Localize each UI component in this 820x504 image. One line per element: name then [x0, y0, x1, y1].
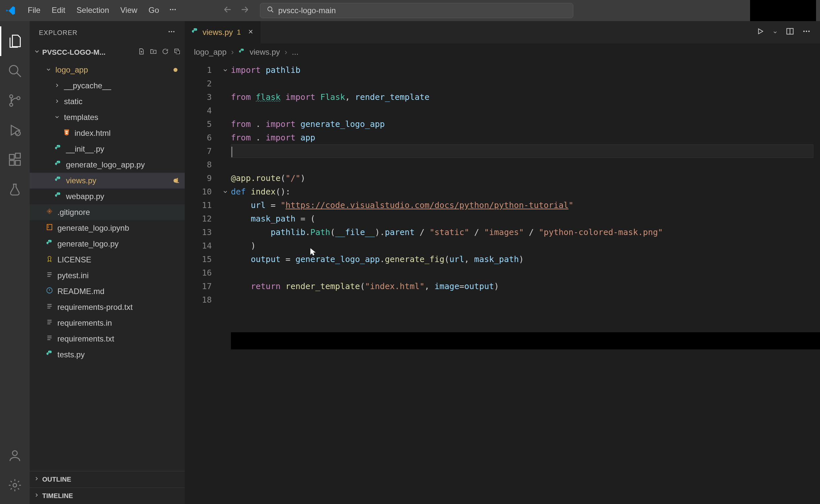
menu-edit[interactable]: Edit — [46, 3, 71, 18]
code-line[interactable] — [231, 293, 813, 307]
tree-file[interactable]: generate_logo_app.py — [30, 157, 185, 173]
tree-file[interactable]: requirements-prod.txt — [30, 299, 185, 315]
activity-run-debug-icon[interactable] — [0, 115, 30, 145]
code-line[interactable] — [231, 144, 813, 158]
fold-toggle[interactable] — [220, 239, 230, 252]
code-line[interactable] — [231, 266, 813, 280]
run-dropdown-icon[interactable] — [773, 28, 778, 37]
code-line[interactable] — [231, 104, 813, 117]
fold-toggle[interactable] — [220, 77, 230, 90]
breadcrumb-segment[interactable]: logo_app — [194, 47, 227, 57]
activity-explorer-icon[interactable] — [0, 26, 30, 56]
activity-accounts-icon[interactable] — [0, 441, 30, 470]
code-line[interactable]: pathlib.Path(__file__).parent / "static"… — [231, 225, 813, 239]
fold-column[interactable] — [220, 63, 230, 307]
fold-toggle[interactable] — [220, 293, 230, 307]
command-center-search[interactable] — [260, 3, 573, 18]
split-editor-icon[interactable] — [786, 27, 794, 38]
tab-views-py[interactable]: views.py 1 — [185, 21, 261, 44]
command-center-input[interactable] — [278, 6, 566, 15]
sidebar-timeline[interactable]: TIMELINE — [30, 488, 185, 504]
tab-close-icon[interactable] — [247, 28, 254, 37]
fold-toggle[interactable] — [220, 90, 230, 104]
breadcrumb-segment[interactable]: views.py — [250, 47, 280, 57]
tree-file[interactable]: __init__.py — [30, 141, 185, 157]
code-line[interactable]: def index(): — [231, 185, 813, 198]
code-line[interactable]: from flask import Flask, render_template — [231, 90, 813, 104]
sidebar: EXPLORER PVSCC-LOGO-M... logo_app__pycac… — [30, 21, 185, 504]
tree-folder[interactable]: static — [30, 94, 185, 109]
new-file-icon[interactable] — [138, 48, 145, 57]
tree-file[interactable]: views.py1 — [30, 173, 185, 189]
menu-selection[interactable]: Selection — [71, 3, 114, 18]
folder-root[interactable]: PVSCC-LOGO-M... — [30, 44, 185, 61]
code-line[interactable]: mask_path = ( — [231, 212, 813, 225]
tree-file[interactable]: requirements.txt — [30, 331, 185, 347]
fold-toggle[interactable] — [220, 185, 230, 198]
tree-file[interactable]: index.html — [30, 125, 185, 141]
activity-settings-gear-icon[interactable] — [0, 470, 30, 500]
tree-file[interactable]: requirements.in — [30, 315, 185, 331]
code-line[interactable]: return render_template("index.html", ima… — [231, 280, 813, 293]
tree-file[interactable]: pytest.ini — [30, 268, 185, 283]
fold-toggle[interactable] — [220, 280, 230, 293]
fold-toggle[interactable] — [220, 117, 230, 131]
fold-toggle[interactable] — [220, 144, 230, 158]
menu-go[interactable]: Go — [143, 3, 164, 18]
tree-file[interactable]: LICENSE — [30, 252, 185, 268]
menu-file[interactable]: File — [22, 3, 46, 18]
code-line[interactable] — [231, 158, 813, 171]
run-icon[interactable] — [756, 27, 765, 38]
fold-toggle[interactable] — [220, 104, 230, 117]
code-line[interactable]: from . import generate_logo_app — [231, 117, 813, 131]
code-line[interactable]: output = generate_logo_app.generate_fig(… — [231, 252, 813, 266]
editor-more-icon[interactable] — [802, 27, 811, 38]
tree-file[interactable]: .gitignore — [30, 204, 185, 220]
svg-point-27 — [48, 240, 49, 241]
menu-view[interactable]: View — [115, 3, 143, 18]
fold-toggle[interactable] — [220, 63, 230, 77]
fold-toggle[interactable] — [220, 198, 230, 212]
breadcrumb-segment[interactable]: ... — [292, 47, 298, 57]
explorer-tree[interactable]: logo_app__pycache__statictemplatesindex.… — [30, 61, 185, 471]
tree-file[interactable]: webapp.py — [30, 189, 185, 204]
tree-file[interactable]: generate_logo.py — [30, 236, 185, 252]
sidebar-outline[interactable]: OUTLINE — [30, 471, 185, 488]
nav-back-icon[interactable] — [222, 4, 233, 17]
code-line[interactable]: @app.route("/") — [231, 171, 813, 185]
code-line[interactable]: from . import app — [231, 131, 813, 144]
new-folder-icon[interactable] — [150, 48, 157, 57]
sidebar-more-icon[interactable] — [167, 28, 175, 38]
vscode-logo-icon — [4, 4, 17, 17]
fold-toggle[interactable] — [220, 266, 230, 280]
py-file-icon — [53, 160, 63, 169]
menu-more-icon[interactable] — [165, 3, 181, 18]
tree-folder[interactable]: logo_app — [30, 62, 185, 78]
fold-toggle[interactable] — [220, 225, 230, 239]
tree-folder[interactable]: __pycache__ — [30, 78, 185, 94]
nav-forward-icon[interactable] — [239, 4, 251, 17]
tree-file[interactable]: README.md — [30, 283, 185, 299]
window-controls[interactable] — [750, 0, 816, 21]
fold-toggle[interactable] — [220, 212, 230, 225]
refresh-icon[interactable] — [162, 48, 169, 57]
activity-search-icon[interactable] — [0, 56, 30, 86]
code-line[interactable] — [231, 77, 813, 90]
activity-extensions-icon[interactable] — [0, 145, 30, 175]
fold-toggle[interactable] — [220, 171, 230, 185]
code-line[interactable]: url = "https://code.visualstudio.com/doc… — [231, 198, 813, 212]
activity-source-control-icon[interactable] — [0, 86, 30, 115]
tree-file[interactable]: tests.py — [30, 347, 185, 363]
editor-body[interactable]: 123456789101112131415161718 import pathl… — [185, 61, 820, 504]
fold-toggle[interactable] — [220, 252, 230, 266]
code-line[interactable]: import pathlib — [231, 63, 813, 77]
tree-folder[interactable]: templates — [30, 109, 185, 125]
fold-toggle[interactable] — [220, 131, 230, 144]
code-content[interactable]: import pathlibfrom flask import Flask, r… — [231, 63, 813, 307]
breadcrumb[interactable]: logo_app › views.py › ... — [185, 44, 820, 61]
activity-testing-icon[interactable] — [0, 175, 30, 204]
fold-toggle[interactable] — [220, 158, 230, 171]
collapse-all-icon[interactable] — [173, 48, 181, 57]
tree-file[interactable]: generate_logo.ipynb — [30, 220, 185, 236]
code-line[interactable]: ) — [231, 239, 813, 252]
